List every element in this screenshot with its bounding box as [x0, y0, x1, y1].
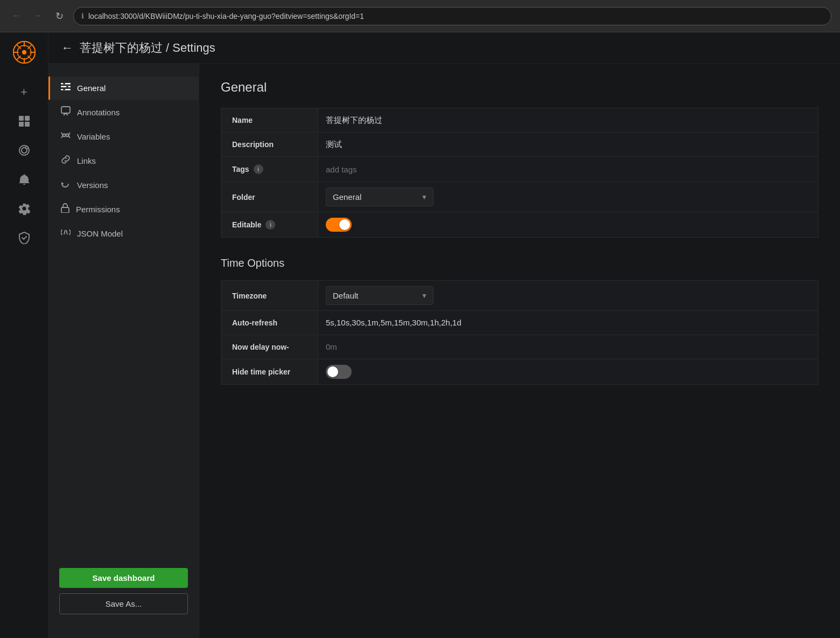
- time-options-title: Time Options: [221, 257, 818, 269]
- editable-row: Editable i: [221, 212, 818, 238]
- hide-time-picker-toggle-wrapper: [326, 365, 810, 379]
- save-dashboard-button[interactable]: Save dashboard: [59, 568, 188, 588]
- svg-rect-14: [25, 122, 30, 127]
- settings-nav-links[interactable]: Links: [48, 149, 199, 172]
- hide-time-picker-row: Hide time picker: [221, 359, 818, 385]
- address-bar[interactable]: ℹ localhost:3000/d/KBWiiiDMz/pu-ti-shu-x…: [73, 7, 831, 25]
- timezone-row: Timezone Default ▼: [221, 281, 818, 311]
- tags-input[interactable]: [326, 165, 810, 174]
- folder-label: Folder: [221, 182, 318, 212]
- description-input[interactable]: [326, 140, 810, 149]
- auto-refresh-label: Auto-refresh: [221, 311, 318, 335]
- timezone-label: Timezone: [221, 281, 318, 311]
- svg-rect-16: [61, 83, 71, 85]
- save-as-button[interactable]: Save As...: [59, 593, 188, 614]
- app-container: +: [0, 32, 840, 638]
- sidebar-buttons: Save dashboard Save As...: [48, 555, 199, 625]
- settings-sidebar: General Annotations: [48, 64, 199, 638]
- name-input[interactable]: [326, 116, 810, 125]
- tags-label-cell: Tags i: [221, 157, 318, 182]
- general-section-title: General: [221, 80, 818, 95]
- editable-label-cell: Editable i: [221, 212, 318, 238]
- timezone-select-value: Default: [333, 291, 359, 300]
- settings-content: General Name Description: [199, 64, 840, 638]
- timezone-value-cell: Default ▼: [318, 281, 818, 311]
- settings-nav-general[interactable]: General: [48, 77, 199, 100]
- svg-rect-20: [66, 86, 68, 88]
- back-button[interactable]: ←: [9, 9, 24, 24]
- auto-refresh-row: Auto-refresh: [221, 311, 818, 335]
- links-icon: [61, 155, 71, 167]
- variables-label: Variables: [77, 132, 110, 141]
- settings-nav-variables[interactable]: Variables: [48, 125, 199, 148]
- tags-row: Tags i: [221, 157, 818, 182]
- editable-toggle-wrapper: [326, 218, 810, 232]
- versions-icon: [61, 179, 71, 191]
- hide-time-picker-toggle[interactable]: [326, 365, 352, 379]
- tags-label: Tags: [232, 165, 249, 174]
- general-form-table: Name Description: [221, 108, 818, 238]
- now-delay-value-cell: [318, 335, 818, 359]
- back-to-dashboard-button[interactable]: ←: [61, 41, 73, 55]
- settings-nav-versions[interactable]: Versions: [48, 174, 199, 197]
- nav-explore-button[interactable]: [11, 137, 38, 164]
- nav-sidebar: +: [0, 32, 48, 638]
- nav-dashboards-button[interactable]: [11, 108, 38, 135]
- name-label: Name: [221, 108, 318, 133]
- forward-button[interactable]: →: [30, 9, 45, 24]
- svg-rect-25: [61, 207, 69, 213]
- editable-info-icon[interactable]: i: [265, 220, 275, 230]
- folder-select[interactable]: General ▼: [326, 188, 433, 206]
- svg-rect-18: [61, 89, 71, 91]
- svg-rect-12: [25, 116, 30, 121]
- nav-shield-button[interactable]: [11, 224, 38, 251]
- main-content: ← 菩提树下的杨过 / Settings: [48, 32, 840, 638]
- editable-toggle[interactable]: [326, 218, 352, 232]
- general-icon: [61, 82, 71, 94]
- description-value-cell: [318, 133, 818, 157]
- auto-refresh-input[interactable]: [326, 318, 810, 327]
- tags-input-wrapper: [326, 165, 810, 174]
- tags-label-wrapper: Tags i: [232, 164, 307, 174]
- svg-rect-22: [61, 107, 70, 113]
- description-label: Description: [221, 133, 318, 157]
- svg-rect-13: [19, 122, 24, 127]
- now-delay-label: Now delay now-: [221, 335, 318, 359]
- nav-alerting-button[interactable]: [11, 166, 38, 193]
- permissions-label: Permissions: [76, 205, 120, 214]
- links-label: Links: [77, 156, 96, 165]
- url-text: localhost:3000/d/KBWiiiDMz/pu-ti-shu-xia…: [88, 12, 364, 20]
- page-title: 菩提树下的杨过 / Settings: [80, 40, 215, 56]
- top-bar: ← 菩提树下的杨过 / Settings: [48, 32, 840, 64]
- grafana-logo[interactable]: [11, 39, 38, 66]
- hide-time-picker-label: Hide time picker: [221, 359, 318, 385]
- time-options-form-table: Timezone Default ▼ Auto-refresh: [221, 280, 818, 385]
- name-row: Name: [221, 108, 818, 133]
- refresh-button[interactable]: ↻: [52, 9, 67, 24]
- settings-nav-json-model[interactable]: JSON Model: [48, 222, 199, 245]
- settings-nav-annotations[interactable]: Annotations: [48, 101, 199, 124]
- folder-value-cell: General ▼: [318, 182, 818, 212]
- settings-nav-permissions[interactable]: Permissions: [48, 198, 199, 221]
- hide-time-picker-toggle-thumb: [327, 366, 338, 377]
- editable-value-cell: [318, 212, 818, 238]
- annotations-icon: [61, 106, 71, 119]
- folder-row: Folder General ▼: [221, 182, 818, 212]
- versions-label: Versions: [77, 181, 108, 190]
- auto-refresh-value-cell: [318, 311, 818, 335]
- nav-settings-button[interactable]: [11, 195, 38, 222]
- editable-label: Editable: [232, 220, 261, 229]
- timezone-select[interactable]: Default ▼: [326, 286, 433, 305]
- folder-select-value: General: [333, 192, 361, 202]
- description-row: Description: [221, 133, 818, 157]
- json-model-icon: [61, 227, 71, 240]
- hide-time-picker-value-cell: [318, 359, 818, 385]
- now-delay-input[interactable]: [326, 342, 810, 351]
- now-delay-row: Now delay now-: [221, 335, 818, 359]
- tags-info-icon[interactable]: i: [254, 164, 263, 174]
- timezone-select-arrow: ▼: [421, 292, 428, 300]
- lock-icon: ℹ: [81, 12, 84, 20]
- nav-add-button[interactable]: +: [11, 79, 38, 106]
- svg-rect-17: [61, 86, 71, 88]
- folder-select-arrow: ▼: [421, 193, 428, 201]
